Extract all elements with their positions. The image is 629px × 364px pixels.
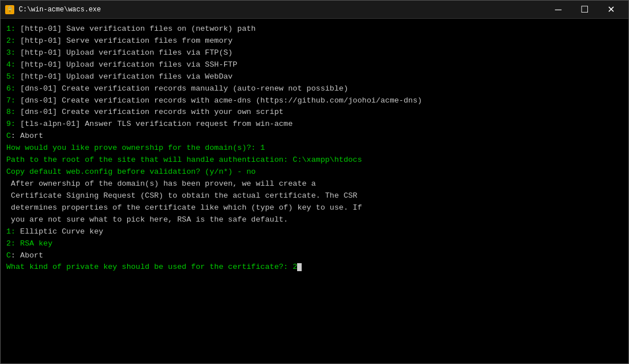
close-button[interactable]: ✕ <box>598 1 624 19</box>
terminal-line: determines properties of the certificate… <box>6 202 623 214</box>
terminal-window: 🔒 C:\win-acme\wacs.exe ─ ☐ ✕ 1: [http-01… <box>0 0 629 364</box>
window-title: C:\win-acme\wacs.exe <box>19 6 545 14</box>
terminal-line: 7: [dns-01] Create verification records … <box>6 95 623 107</box>
terminal-line: 3: [http-01] Upload verification files v… <box>6 47 623 59</box>
terminal-line: Copy default web.config before validatio… <box>6 166 623 178</box>
cursor <box>297 263 302 271</box>
terminal-line: 1: [http-01] Save verification files on … <box>6 23 623 35</box>
terminal-line: 2: RSA key <box>6 238 623 250</box>
terminal-line: Certificate Signing Request (CSR) to obt… <box>6 190 623 202</box>
terminal-line: What kind of private key should be used … <box>6 261 623 273</box>
window-icon: 🔒 <box>5 5 14 14</box>
terminal-line: 8: [dns-01] Create verification records … <box>6 107 623 118</box>
titlebar: 🔒 C:\win-acme\wacs.exe ─ ☐ ✕ <box>1 1 628 19</box>
restore-button[interactable]: ☐ <box>571 1 598 19</box>
terminal-line: 4: [http-01] Upload verification files v… <box>6 59 623 71</box>
terminal-line: After ownership of the domain(s) has bee… <box>6 178 623 190</box>
terminal-line: Path to the root of the site that will h… <box>6 154 623 166</box>
terminal-line: 1: Elliptic Curve key <box>6 226 623 238</box>
terminal-line: 5: [http-01] Upload verification files v… <box>6 71 623 83</box>
terminal-line: you are not sure what to pick here, RSA … <box>6 214 623 226</box>
terminal-line: C: Abort <box>6 250 623 262</box>
terminal-line: 9: [tls-alpn-01] Answer TLS verification… <box>6 118 623 130</box>
terminal-line: How would you like prove ownership for t… <box>6 142 623 154</box>
terminal-line: 2: [http-01] Serve verification files fr… <box>6 35 623 47</box>
terminal-line: 6: [dns-01] Create verification records … <box>6 83 623 95</box>
terminal-body: 1: [http-01] Save verification files on … <box>1 19 628 363</box>
window-controls: ─ ☐ ✕ <box>545 1 624 19</box>
terminal-line: C: Abort <box>6 130 623 142</box>
minimize-button[interactable]: ─ <box>545 1 571 19</box>
